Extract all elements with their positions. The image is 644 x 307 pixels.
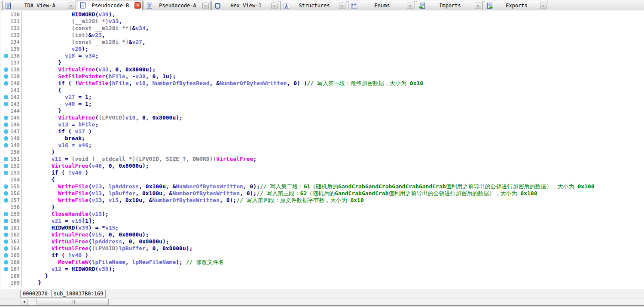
breakpoint-dot[interactable] [0, 143, 9, 147]
breakpoint-dot[interactable] [0, 54, 9, 58]
code-text[interactable]: v18 = v34; [22, 52, 644, 59]
breakpoint-dot[interactable] [0, 136, 9, 141]
code-text[interactable]: WriteFile(v13, lpAddress, 0x100u, &Numbe… [22, 183, 644, 190]
code-text[interactable]: v11 = (void (__stdcall *)(LPVOID, SIZE_T… [22, 156, 644, 163]
code-line[interactable]: 153 if ( !v40 ) [0, 169, 644, 176]
code-line[interactable]: 163 VirtualFree(lpAddress, 0, 0x8000u); [0, 238, 644, 245]
code-text[interactable]: break; [22, 135, 644, 142]
line-gutter[interactable]: 144 [0, 107, 22, 114]
code-line[interactable]: 147 if ( v17 ) [0, 128, 644, 135]
code-text[interactable]: v17 = 1; [22, 94, 644, 101]
code-line[interactable]: 161 HIDWORD(v39) = *v15; [0, 224, 644, 231]
code-text[interactable]: } [22, 149, 644, 156]
line-gutter[interactable]: 149 [0, 142, 22, 149]
breakpoint-dot[interactable] [0, 198, 9, 203]
code-line[interactable]: 158 } [0, 204, 644, 211]
code-text[interactable]: HIDWORD(v39) = *v15; [22, 224, 644, 231]
line-gutter[interactable]: 164 [0, 245, 22, 252]
code-text[interactable]: v13 = hFile; [22, 121, 644, 128]
line-gutter[interactable]: 153 [0, 169, 22, 176]
line-gutter[interactable]: 166 [0, 259, 22, 266]
scrollbar-thumb[interactable] [37, 299, 109, 305]
tab-hex-view-1[interactable]: Hex View-1× [211, 1, 279, 10]
line-gutter[interactable]: 148 [0, 135, 22, 142]
code-text[interactable]: if ( !v40 ) [22, 169, 644, 176]
code-text[interactable]: SetFilePointer(hFile, -v38, 0, 1u); [22, 73, 644, 80]
breakpoint-dot[interactable] [0, 219, 9, 223]
line-gutter[interactable]: 151 [0, 156, 22, 163]
code-line[interactable]: 164 VirtualFree((LPVOID)lpBuffer, 0, 0x8… [0, 245, 644, 252]
code-text[interactable]: { [22, 176, 644, 183]
close-icon[interactable]: × [475, 3, 481, 9]
breakpoint-dot[interactable] [0, 68, 9, 72]
breakpoint-dot[interactable] [0, 239, 9, 244]
code-line[interactable]: 151 v11 = (void (__stdcall *)(LPVOID, SI… [0, 156, 644, 163]
code-line[interactable]: 168 } [0, 273, 644, 279]
breakpoint-dot[interactable] [0, 123, 9, 127]
tab-structures[interactable]: AStructures× [280, 1, 347, 10]
tab-exports[interactable]: Exports× [484, 1, 548, 10]
code-text[interactable]: v20); [22, 46, 644, 52]
horizontal-scrollbar[interactable] [0, 298, 644, 305]
line-gutter[interactable]: 158 [0, 204, 22, 211]
code-line[interactable]: 135 v20); [0, 46, 644, 52]
breakpoint-dot[interactable] [0, 246, 9, 251]
close-icon[interactable]: × [134, 2, 141, 9]
code-line[interactable]: 166 MoveFileW(lpFileName, lpNewFileName)… [0, 259, 644, 266]
breakpoint-dot[interactable] [0, 116, 9, 120]
code-text[interactable]: (const __m128i *)&v27, [22, 39, 644, 46]
code-line[interactable]: 142 v17 = 1; [0, 94, 644, 101]
code-text[interactable]: WriteFile(v13, v15, 0x10u, &NumberOfByte… [22, 197, 644, 204]
code-line[interactable]: 150 } [0, 149, 644, 156]
line-gutter[interactable]: 132 [0, 25, 22, 32]
code-line[interactable]: 141 { [0, 87, 644, 94]
line-gutter[interactable]: 135 [0, 46, 22, 52]
code-text[interactable]: { [22, 87, 644, 94]
code-text[interactable]: CloseHandle(v13); [22, 211, 644, 218]
line-gutter[interactable]: 139 [0, 73, 22, 80]
code-text[interactable]: WriteFile(v13, lpBuffer, 0x100u, &Number… [22, 190, 644, 197]
breakpoint-dot[interactable] [0, 226, 9, 230]
code-line[interactable]: 130 HIDWORD(v39), [0, 11, 644, 18]
breakpoint-dot[interactable] [0, 164, 9, 168]
breakpoint-dot[interactable] [0, 102, 9, 106]
code-text[interactable]: (const __m128i **)&v34, [22, 25, 644, 32]
line-gutter[interactable]: 140 [0, 80, 22, 87]
breakpoint-dot[interactable] [0, 74, 9, 79]
code-text[interactable]: v16 = v46; [22, 142, 644, 149]
line-gutter[interactable]: 161 [0, 224, 22, 231]
line-gutter[interactable]: 163 [0, 238, 22, 245]
line-gutter[interactable]: 143 [0, 101, 22, 107]
code-text[interactable]: VirtualFree((LPVOID)lpBuffer, 0, 0x8000u… [22, 245, 644, 252]
line-gutter[interactable]: 160 [0, 218, 22, 224]
line-gutter[interactable]: 142 [0, 94, 22, 101]
line-gutter[interactable]: 150 [0, 149, 22, 156]
code-text[interactable]: (int)&v23, [22, 32, 644, 39]
code-line[interactable]: 136 v18 = v34; [0, 52, 644, 59]
code-line[interactable]: 143 v40 = 1; [0, 101, 644, 107]
code-line[interactable]: 149 v16 = v46; [0, 142, 644, 149]
line-gutter[interactable]: 147 [0, 128, 22, 135]
breakpoint-dot[interactable] [0, 129, 9, 134]
code-text[interactable]: VirtualFree(lpAddress, 0, 0x8000u); [22, 238, 644, 245]
breakpoint-dot[interactable] [0, 184, 9, 189]
code-line[interactable]: 160 v21 = v15[1]; [0, 218, 644, 224]
code-text[interactable]: VirtualFree(v33, 0, 0x8000u); [22, 66, 644, 73]
tab-pseudocode-b[interactable]: Pseudocode-B× [77, 0, 143, 10]
code-line[interactable]: 131 (__m128i *)v33, [0, 18, 644, 25]
line-gutter[interactable]: 168 [0, 273, 22, 279]
breakpoint-dot[interactable] [0, 81, 9, 86]
line-gutter[interactable]: 155 [0, 183, 22, 190]
code-line[interactable]: 155 WriteFile(v13, lpAddress, 0x100u, &N… [0, 183, 644, 190]
line-gutter[interactable]: 136 [0, 52, 22, 59]
close-icon[interactable]: × [407, 3, 413, 9]
code-line[interactable]: 138 VirtualFree(v33, 0, 0x8000u); [0, 66, 644, 73]
code-line[interactable]: 152 VirtualFree(v46, 0, 0x8000u); [0, 163, 644, 169]
line-gutter[interactable]: 169 [0, 279, 22, 286]
code-text[interactable]: if ( !v40 ) [22, 252, 644, 259]
code-line[interactable]: 145 VirtualFree((LPVOID)v18, 0, 0x8000u)… [0, 114, 644, 121]
code-text[interactable]: (__m128i *)v33, [22, 18, 644, 25]
code-line[interactable]: 140 if ( !WriteFile(hFile, v18, NumberOf… [0, 80, 644, 87]
code-line[interactable]: 148 break; [0, 135, 644, 142]
breakpoint-dot[interactable] [0, 171, 9, 175]
